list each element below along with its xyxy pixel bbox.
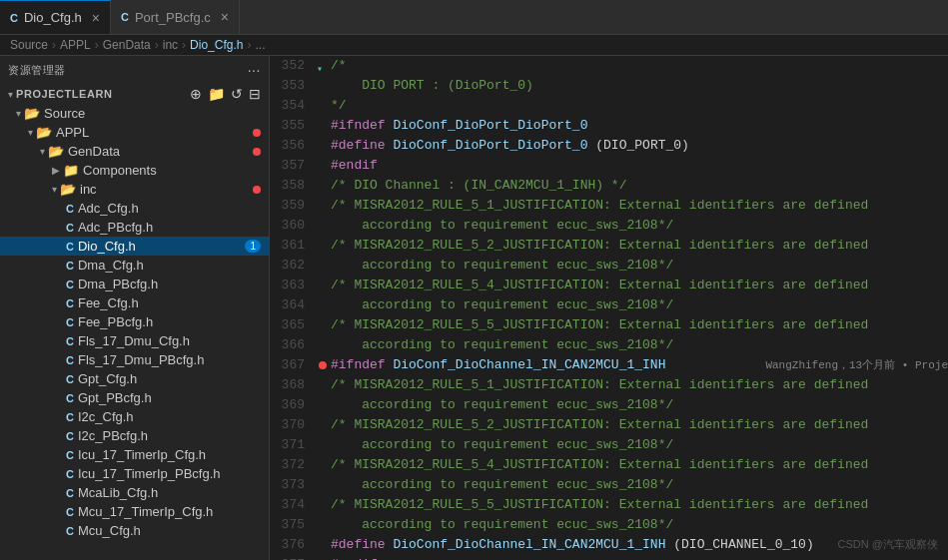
sidebar-item-fee-pbcfg[interactable]: C Fee_PBcfg.h (0, 312, 269, 331)
dot-gendata (253, 148, 261, 156)
c-file-icon-dma-pb: C (66, 279, 74, 290)
line-content: /* MISRA2012_RULE_5_2_JUSTIFICATION: Ext… (331, 415, 948, 435)
tab-close-dio[interactable]: × (92, 10, 100, 26)
code-token: #ifndef (331, 357, 386, 372)
sidebar-item-source[interactable]: ▾ 📂 Source (0, 104, 269, 123)
sidebar-item-icu-timerlp-pbcfg[interactable]: C Icu_17_TimerIp_PBcfg.h (0, 464, 269, 483)
line-content: #define DioConf_DioChannel_IN_CAN2MCU_1_… (331, 535, 948, 555)
code-token: */ (331, 98, 347, 113)
code-token: according to requirement ecuc_sws_2108*/ (331, 297, 673, 312)
sidebar-item-mcalib-cfg[interactable]: C McaLib_Cfg.h (0, 483, 269, 502)
line-number: 364 (270, 295, 315, 315)
fls-dmu-cfg-label: Fls_17_Dmu_Cfg.h (78, 333, 190, 348)
breadcrumb-sep1: › (52, 38, 56, 52)
gendata-label: GenData (68, 144, 120, 159)
i2c-pbcfg-label: I2c_PBcfg.h (78, 428, 148, 443)
code-line-363: 363/* MISRA2012_RULE_5_4_JUSTIFICATION: … (270, 276, 948, 295)
sidebar-header: 资源管理器 ··· (0, 56, 269, 84)
sidebar-item-dio-cfg[interactable]: C Dio_Cfg.h 1 (0, 237, 269, 256)
line-number: 377 (270, 555, 315, 560)
sidebar-item-gendata[interactable]: ▾ 📂 GenData (0, 142, 269, 161)
folder-icon-components: 📁 (63, 163, 79, 178)
code-line-360: 360 according to requirement ecuc_sws_21… (270, 216, 948, 236)
appl-label: APPL (56, 125, 89, 140)
sidebar-item-projectlearn[interactable]: ▾ PROJECTLEARN ⊕ 📁 ↺ ⊟ (0, 84, 269, 104)
sidebar-item-adc-pbcfg[interactable]: C Adc_PBcfg.h (0, 218, 269, 237)
code-editor[interactable]: 352▾/*353 DIO PORT : (DioPort_0)354*/355… (270, 56, 948, 560)
breadcrumb-source: Source (10, 38, 48, 52)
sidebar-item-fee-cfg[interactable]: C Fee_Cfg.h (0, 293, 269, 312)
new-folder-icon[interactable]: 📁 (208, 86, 225, 102)
line-number: 367 (270, 355, 315, 375)
code-token: /* MISRA2012_RULE_5_5_JUSTIFICATION: Ext… (331, 317, 868, 332)
tab-close-port[interactable]: × (221, 9, 229, 25)
c-file-icon-gpt-pb: C (66, 392, 74, 404)
line-content: according to requirement ecuc_sws_2108*/ (331, 435, 948, 455)
code-line-371: 371 according to requirement ecuc_sws_21… (270, 435, 948, 455)
mcu-timerlp-cfg-label: Mcu_17_TimerIp_Cfg.h (78, 504, 213, 519)
folder-icon-inc: 📂 (60, 182, 76, 197)
code-line-376: 376#define DioConf_DioChannel_IN_CAN2MCU… (270, 535, 948, 555)
new-file-icon[interactable]: ⊕ (190, 86, 202, 102)
line-number: 359 (270, 196, 315, 216)
breadcrumb: Source › APPL › GenData › inc › Dio_Cfg.… (0, 35, 948, 56)
badge-dio: 1 (245, 240, 261, 253)
c-file-icon-i2c-pb: C (66, 430, 74, 442)
tab-port-pbcfg-c[interactable]: C Port_PBcfg.c × (111, 0, 240, 34)
sidebar-item-gpt-pbcfg[interactable]: C Gpt_PBcfg.h (0, 388, 269, 407)
sidebar-title: 资源管理器 (8, 63, 66, 78)
c-file-icon-adc: C (66, 203, 74, 215)
code-token: /* MISRA2012_RULE_5_4_JUSTIFICATION: Ext… (331, 457, 868, 472)
tab-dio-cfg-h[interactable]: C Dio_Cfg.h × (0, 0, 111, 34)
code-token: /* (331, 58, 347, 73)
sidebar-item-gpt-cfg[interactable]: C Gpt_Cfg.h (0, 369, 269, 388)
line-content: according to requirement ecuc_sws_2108*/ (331, 295, 948, 315)
line-content: #ifndef DioConf_DioPort_DioPort_0 (331, 116, 948, 136)
sidebar: 资源管理器 ··· ▾ PROJECTLEARN ⊕ 📁 ↺ ⊟ ▾ 📂 (0, 56, 270, 560)
fee-cfg-label: Fee_Cfg.h (78, 295, 139, 310)
code-token: /* MISRA2012_RULE_5_5_JUSTIFICATION: Ext… (331, 497, 868, 512)
line-number: 374 (270, 495, 315, 515)
line-content: /* MISRA2012_RULE_5_4_JUSTIFICATION: Ext… (331, 276, 948, 295)
code-line-375: 375 according to requirement ecuc_sws_21… (270, 515, 948, 535)
adc-cfg-label: Adc_Cfg.h (78, 201, 139, 216)
c-file-icon-fls-pb: C (66, 354, 74, 366)
sidebar-item-i2c-cfg[interactable]: C I2c_Cfg.h (0, 407, 269, 426)
code-line-366: 366 according to requirement ecuc_sws_21… (270, 335, 948, 355)
arrow-gendata: ▾ (40, 146, 45, 157)
breadcrumb-file: Dio_Cfg.h (190, 38, 243, 52)
line-number: 375 (270, 515, 315, 535)
collapse-icon[interactable]: ⊟ (249, 86, 261, 102)
arrow-inc: ▾ (52, 184, 57, 195)
sidebar-item-dma-pbcfg[interactable]: C Dma_PBcfg.h (0, 275, 269, 293)
c-file-icon-mcalib: C (66, 487, 74, 499)
sidebar-item-mcu-cfg[interactable]: C Mcu_Cfg.h (0, 521, 269, 540)
code-token: /* MISRA2012_RULE_5_4_JUSTIFICATION: Ext… (331, 278, 868, 292)
line-content: according to requirement ecuc_sws_2108*/ (331, 475, 948, 495)
inc-label: inc (80, 182, 97, 197)
code-token: (DIO_CHANNEL_0_10) (665, 537, 813, 552)
sidebar-header-icons: ··· (248, 62, 261, 78)
sidebar-item-appl[interactable]: ▾ 📂 APPL (0, 123, 269, 142)
sidebar-item-fls-dmu-cfg[interactable]: C Fls_17_Dmu_Cfg.h (0, 331, 269, 350)
c-file-icon-i2c: C (66, 411, 74, 423)
arrow-icon: ▾ (8, 89, 13, 100)
line-content: according to requirement ecuc_sws_2108*/ (331, 216, 948, 236)
sidebar-item-inc[interactable]: ▾ 📂 inc (0, 180, 269, 199)
sidebar-item-icu-timerlp-cfg[interactable]: C Icu_17_TimerIp_Cfg.h (0, 445, 269, 464)
more-icon[interactable]: ··· (248, 62, 261, 78)
sidebar-item-fls-dmu-pbcfg[interactable]: C Fls_17_Dmu_PBcfg.h (0, 350, 269, 369)
sidebar-item-dma-cfg[interactable]: C Dma_Cfg.h (0, 256, 269, 275)
code-token: according to requirement ecuc_sws_2108*/ (331, 477, 673, 492)
code-token: DIO PORT : (DioPort_0) (331, 78, 533, 93)
sidebar-item-components[interactable]: ▶ 📁 Components (0, 161, 269, 180)
sidebar-item-mcu-timerlp-cfg[interactable]: C Mcu_17_TimerIp_Cfg.h (0, 502, 269, 521)
sidebar-tree[interactable]: ▾ PROJECTLEARN ⊕ 📁 ↺ ⊟ ▾ 📂 Source ▾ 📂 A (0, 84, 269, 560)
line-content: according to requirement ecuc_sws_2108*/ (331, 515, 948, 535)
sidebar-item-adc-cfg[interactable]: C Adc_Cfg.h (0, 199, 269, 218)
refresh-icon[interactable]: ↺ (231, 86, 243, 102)
line-number: 358 (270, 176, 315, 196)
code-line-369: 369 according to requirement ecuc_sws_21… (270, 395, 948, 415)
sidebar-item-i2c-pbcfg[interactable]: C I2c_PBcfg.h (0, 426, 269, 445)
code-token: DioConf_DioChannel_IN_CAN2MCU_1_INH (393, 537, 665, 552)
